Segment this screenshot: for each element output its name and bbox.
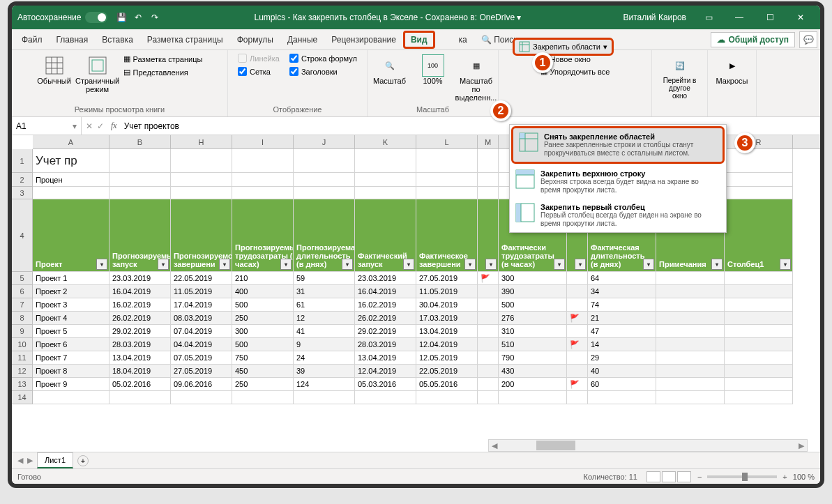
tab-insert[interactable]: Вставка bbox=[95, 31, 140, 49]
document-title: Lumpics - Как закрепить столбец в Экселе… bbox=[160, 13, 614, 22]
freeze-label: Закрепить области bbox=[533, 43, 600, 51]
freeze-top-icon bbox=[515, 169, 535, 189]
normal-label: Обычный bbox=[37, 77, 71, 85]
page-break-button[interactable]: Страничный режим bbox=[77, 53, 118, 95]
ribbon: Обычный Страничный режим ▦Разметка стран… bbox=[12, 50, 820, 117]
scroll-thumb[interactable] bbox=[536, 441, 575, 450]
macros-icon: ▶ bbox=[721, 54, 743, 77]
cancel-fx-icon[interactable]: ✕ bbox=[86, 121, 93, 131]
new-sheet-button[interactable]: + bbox=[77, 455, 89, 466]
zoom-out-icon[interactable]: − bbox=[697, 473, 702, 481]
chevron-down-icon: ▾ bbox=[73, 121, 77, 131]
zoom-level[interactable]: 100 % bbox=[793, 473, 815, 481]
page-break-label: Страничный режим bbox=[75, 77, 119, 93]
zoom-slider[interactable] bbox=[707, 475, 777, 478]
zoom-button[interactable]: 🔍Масштаб bbox=[370, 53, 410, 86]
svg-rect-11 bbox=[520, 133, 525, 139]
page-layout-button[interactable]: ▦Разметка страницы bbox=[121, 53, 206, 65]
user-name[interactable]: Виталий Каиров bbox=[623, 13, 686, 22]
tab-layout[interactable]: Разметка страницы bbox=[140, 31, 230, 49]
page-icon: ▦ bbox=[123, 54, 130, 63]
freeze-panes-menu: Снять закрепление областейРанее закрепле… bbox=[509, 124, 727, 233]
headings-label: Заголовки bbox=[301, 68, 338, 76]
page-break-view-icon[interactable] bbox=[677, 471, 691, 482]
status-bar: Готово Количество: 11 − + 100 % bbox=[12, 468, 820, 484]
chevron-down-icon: ▾ bbox=[603, 43, 607, 52]
zoom-label: Масштаб bbox=[373, 77, 406, 85]
unfreeze-icon bbox=[519, 132, 538, 152]
callout-2: 2 bbox=[490, 100, 511, 121]
minimize-icon[interactable]: — bbox=[725, 8, 753, 26]
tab-home[interactable]: Главная bbox=[50, 31, 96, 49]
confirm-fx-icon[interactable]: ✓ bbox=[97, 121, 104, 131]
zoom-group-label: Масштаб bbox=[416, 105, 449, 114]
tab-help[interactable]: ка bbox=[452, 31, 474, 49]
macros-button[interactable]: ▶Макросы bbox=[712, 53, 752, 86]
undo-icon[interactable]: ↶ bbox=[133, 12, 144, 23]
ruler-check[interactable]: Линейка bbox=[236, 53, 281, 63]
page-layout-view-icon[interactable] bbox=[662, 471, 676, 482]
formula-bar-check[interactable]: Строка формул bbox=[288, 53, 358, 63]
status-count: Количество: 11 bbox=[584, 473, 637, 481]
tab-data[interactable]: Данные bbox=[280, 31, 324, 49]
new-window-label: Новое окно bbox=[550, 55, 591, 63]
headings-check[interactable]: Заголовки bbox=[288, 66, 358, 77]
tab-view[interactable]: Вид bbox=[403, 31, 435, 49]
page-break-icon bbox=[86, 54, 109, 77]
row-headers: 1234567891011121314 bbox=[12, 149, 33, 404]
svg-rect-7 bbox=[520, 42, 529, 52]
show-group-label: Отображение bbox=[273, 105, 322, 114]
zoom-in-icon[interactable]: + bbox=[782, 473, 787, 481]
name-box[interactable]: A1▾ bbox=[12, 117, 82, 135]
comments-icon[interactable]: 💬 bbox=[799, 31, 817, 48]
zoom-100-button[interactable]: 100100% bbox=[413, 53, 453, 86]
formula-bar-label: Строка формул bbox=[301, 54, 357, 63]
zoom-100-label: 100% bbox=[423, 77, 442, 85]
save-icon[interactable]: 💾 bbox=[116, 12, 127, 23]
fx-icon[interactable]: fx bbox=[108, 121, 120, 131]
status-ready: Готово bbox=[17, 473, 41, 481]
redo-icon[interactable]: ↷ bbox=[149, 12, 160, 23]
tab-review[interactable]: Рецензирование bbox=[324, 31, 403, 49]
ribbon-options-icon[interactable]: ▭ bbox=[695, 8, 723, 26]
zoom-selection-button[interactable]: ▦Масштаб по выделенн... bbox=[456, 53, 497, 103]
normal-view-icon[interactable] bbox=[646, 471, 660, 482]
custom-views-button[interactable]: ▤Представления bbox=[121, 66, 206, 78]
autosave-toggle[interactable] bbox=[85, 12, 107, 23]
unfreeze-desc: Ранее закрепленные строки и столбцы стан… bbox=[544, 141, 717, 158]
freeze-col-icon bbox=[515, 203, 535, 222]
arrange-label: Упорядочить все bbox=[550, 68, 610, 76]
sheet-tabs: ◀ ▶ Лист1 + ◀▶ bbox=[12, 452, 820, 468]
freeze-top-desc: Верхняя строка всегда будет видна на экр… bbox=[540, 178, 720, 194]
unfreeze-title: Снять закрепление областей bbox=[544, 132, 717, 141]
sheet-tab-1[interactable]: Лист1 bbox=[37, 452, 73, 468]
cell-ref: A1 bbox=[16, 121, 27, 131]
horizontal-scrollbar[interactable]: ◀▶ bbox=[488, 439, 808, 452]
tab-nav-next[interactable]: ▶ bbox=[27, 456, 33, 465]
zoom-icon: 🔍 bbox=[379, 54, 401, 77]
tab-nav-prev[interactable]: ◀ bbox=[17, 456, 23, 465]
switch-window-button[interactable]: 🔄Перейти в другое окно bbox=[660, 53, 700, 101]
freeze-top-row-item[interactable]: Закрепить верхнюю строкуВерхняя строка в… bbox=[510, 165, 726, 199]
views-group-label: Режимы просмотра книги bbox=[75, 105, 165, 114]
freeze-panes-button[interactable]: Закрепить области ▾ bbox=[513, 38, 614, 56]
gridlines-check[interactable]: Сетка bbox=[236, 66, 281, 77]
views-icon: ▤ bbox=[123, 68, 130, 77]
macros-label: Макросы bbox=[716, 77, 748, 85]
svg-rect-6 bbox=[92, 60, 103, 71]
page-layout-label: Разметка страницы bbox=[133, 55, 203, 63]
freeze-first-col-item[interactable]: Закрепить первый столбецПервый столбец в… bbox=[510, 199, 726, 232]
zoom-sel-label: Масштаб по выделенн... bbox=[455, 77, 497, 102]
switch-label: Перейти в другое окно bbox=[661, 77, 699, 100]
switch-icon: 🔄 bbox=[669, 54, 691, 77]
maximize-icon[interactable]: ☐ bbox=[756, 8, 784, 26]
share-button[interactable]: ☁ Общий доступ bbox=[711, 32, 795, 47]
tab-file[interactable]: Файл bbox=[15, 31, 50, 49]
zoom-100-icon: 100 bbox=[422, 54, 444, 77]
tab-formulas[interactable]: Формулы bbox=[230, 31, 280, 49]
unfreeze-panes-item[interactable]: Снять закрепление областейРанее закрепле… bbox=[511, 126, 725, 164]
freeze-icon bbox=[519, 41, 530, 52]
normal-view-button[interactable]: Обычный bbox=[34, 53, 75, 86]
ribbon-tabs: Файл Главная Вставка Разметка страницы Ф… bbox=[12, 29, 820, 50]
close-icon[interactable]: ✕ bbox=[787, 8, 815, 26]
